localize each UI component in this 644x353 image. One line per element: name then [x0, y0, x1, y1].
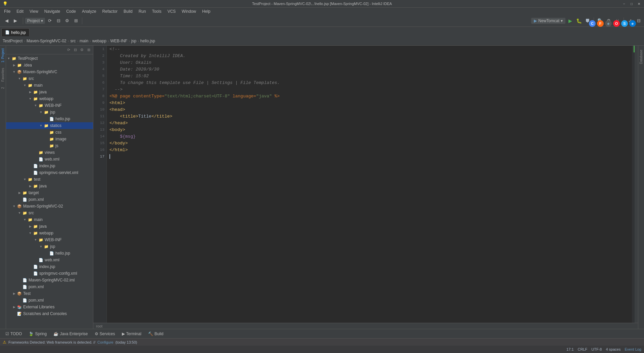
tree-item-maven02iml[interactable]: 📄Maven-SpringMVC-02.iml	[6, 277, 93, 283]
breadcrumb-jsp[interactable]: jsp	[131, 39, 136, 43]
tree-item-maven-springmvc02[interactable]: ▼📦Maven-SpringMVC-02	[6, 203, 93, 210]
tree-item-main1[interactable]: ▼📁main	[6, 82, 93, 89]
tree-item-indexjsp2[interactable]: 📄index.jsp	[6, 263, 93, 270]
tree-item-springmvcservlet[interactable]: 📄springmvc-servlet.xml	[6, 169, 93, 176]
menu-edit[interactable]: Edit	[14, 8, 26, 14]
tab-favorites[interactable]: Favorites	[0, 65, 5, 84]
menu-navigate[interactable]: Navigate	[42, 8, 63, 14]
breadcrumb-file[interactable]: hello.jsp	[140, 39, 155, 43]
tree-item-pom3[interactable]: 📄pom.xml	[6, 297, 93, 304]
maximize-button[interactable]: □	[629, 1, 634, 6]
panel-sync-btn[interactable]: ⟳	[65, 47, 72, 53]
tab-project[interactable]: 1: Project	[0, 46, 5, 65]
tree-item-idea[interactable]: ▶📁.idea	[6, 62, 93, 69]
right-tab-database[interactable]: Database	[639, 47, 644, 67]
project-tree[interactable]: ▼📁TestProject▶📁.idea▼📦Maven-SpringMVC▼📁s…	[6, 54, 93, 329]
tree-item-test1[interactable]: ▼📁test	[6, 176, 93, 183]
panel-collapse-btn[interactable]: ⊟	[72, 47, 78, 53]
tree-item-views[interactable]: 📁views	[6, 149, 93, 156]
collapse-button[interactable]: ⊟	[54, 17, 62, 25]
back-button[interactable]: ◀	[3, 17, 11, 25]
menu-run[interactable]: Run	[136, 8, 149, 14]
editor-scrollbar[interactable]	[635, 46, 638, 323]
tree-item-src2[interactable]: ▼📁src	[6, 210, 93, 216]
tree-item-src1[interactable]: ▼📁src	[6, 75, 93, 82]
forward-button[interactable]: ▶	[11, 17, 19, 25]
tree-item-java2[interactable]: ▶📁java	[6, 183, 93, 189]
tab-2[interactable]: 2	[0, 84, 5, 92]
tree-item-indexjsp1[interactable]: 📄index.jsp	[6, 163, 93, 169]
breadcrumb-webapp[interactable]: webapp	[92, 39, 106, 43]
tree-item-webxml1[interactable]: 📄web.xml	[6, 156, 93, 163]
tree-item-jsp1[interactable]: ▼📁jsp	[6, 109, 93, 116]
tree-item-java1[interactable]: ▶📁java	[6, 89, 93, 95]
tree-item-statics[interactable]: ▼📁statics	[6, 122, 93, 129]
close-button[interactable]: ✕	[637, 1, 641, 6]
tab-build[interactable]: 🔨 Build	[145, 331, 166, 337]
tree-item-webinf1[interactable]: ▼📁WEB-INF	[6, 102, 93, 109]
line-ending[interactable]: CRLF	[578, 347, 588, 351]
tab-spring[interactable]: 🍃 Spring	[26, 331, 49, 337]
menu-tools[interactable]: Tools	[149, 8, 164, 14]
minimize-button[interactable]: −	[622, 1, 627, 6]
tree-item-image[interactable]: 📁image	[6, 136, 93, 142]
panel-expand-btn[interactable]: ⊞	[86, 47, 92, 53]
breadcrumb-main[interactable]: main	[80, 39, 88, 43]
icon-java3: 📁	[33, 224, 38, 229]
tree-item-jsp2[interactable]: ▼📁jsp	[6, 243, 93, 250]
menu-refactor[interactable]: Refactor	[100, 8, 120, 14]
settings-button[interactable]: ⚙	[63, 17, 71, 25]
breadcrumb-src[interactable]: src	[70, 39, 76, 43]
tree-item-css[interactable]: 📁css	[6, 129, 93, 136]
menu-analyze[interactable]: Analyze	[79, 8, 99, 14]
breadcrumb-testproject[interactable]: TestProject	[3, 39, 22, 43]
tree-item-js[interactable]: 📁js	[6, 142, 93, 149]
tree-item-target1[interactable]: ▶📁target	[6, 189, 93, 196]
configure-link[interactable]: Configure	[97, 340, 113, 344]
breadcrumb-webinf[interactable]: WEB-INF	[110, 39, 128, 43]
tree-item-pom2[interactable]: 📄pom.xml	[6, 283, 93, 290]
code-editor[interactable]: <!-- Created by IntelliJ IDEA. User: Oka…	[107, 46, 632, 323]
tab-terminal[interactable]: ▶ Terminal	[119, 331, 144, 337]
menu-vcs[interactable]: VCS	[165, 8, 179, 14]
tree-item-webinf2[interactable]: ▼📁WEB-INF	[6, 236, 93, 243]
tree-item-webapp1[interactable]: ▼📁webapp	[6, 95, 93, 102]
tab-java-enterprise[interactable]: ☕ Java Enterprise	[51, 331, 90, 337]
project-dropdown[interactable]: Project ▾	[25, 18, 45, 24]
tree-item-test2[interactable]: ▶📦Test	[6, 290, 93, 297]
breadcrumb-module[interactable]: Maven-SpringMVC-02	[27, 39, 66, 43]
tree-item-main2[interactable]: ▼📁main	[6, 216, 93, 223]
indent-settings[interactable]: 4 spaces	[606, 347, 620, 351]
menu-file[interactable]: File	[1, 8, 13, 14]
cursor-position[interactable]: 17:1	[566, 347, 573, 351]
sync-button[interactable]: ⟳	[46, 17, 54, 25]
tree-item-maven-springmvc[interactable]: ▼📦Maven-SpringMVC	[6, 69, 93, 75]
menu-build[interactable]: Build	[121, 8, 135, 14]
expand-button[interactable]: ⊞	[72, 17, 80, 25]
tree-item-hellojsp1[interactable]: 📄hello.jsp	[6, 116, 93, 122]
tree-item-springmvcconfig[interactable]: 📄springmvc-config.xml	[6, 270, 93, 277]
tree-item-scratches[interactable]: 📝Scratches and Consoles	[6, 310, 93, 317]
menu-code[interactable]: Code	[63, 8, 79, 14]
event-log-btn[interactable]: Event Log	[625, 347, 641, 351]
tab-hello-jsp[interactable]: 📄 hello.jsp	[1, 28, 30, 36]
tree-item-java3[interactable]: ▶📁java	[6, 223, 93, 230]
run-button[interactable]: ▶	[566, 17, 574, 25]
tree-item-extlibs[interactable]: ▶📚External Libraries	[6, 304, 93, 310]
debug-button[interactable]: 🐛	[575, 17, 583, 25]
tab-services[interactable]: ⚙ Services	[92, 331, 118, 337]
menu-view[interactable]: View	[27, 8, 41, 14]
editor-content[interactable]: 1234567891011121314151617 <!-- Created b…	[93, 46, 638, 323]
panel-settings-btn[interactable]: ⚙	[79, 47, 85, 53]
tree-item-webxml2[interactable]: 📄web.xml	[6, 257, 93, 263]
tree-item-pom1[interactable]: 📄pom.xml	[6, 196, 93, 203]
tree-item-webapp2[interactable]: ▼📁webapp	[6, 230, 93, 236]
encoding[interactable]: UTF-8	[591, 347, 602, 351]
tab-file-icon: 📄	[5, 30, 10, 35]
menu-help[interactable]: Help	[199, 8, 213, 14]
menu-window[interactable]: Window	[179, 8, 199, 14]
tab-todo[interactable]: ☑ TODO	[3, 331, 25, 337]
run-config-selector[interactable]: ▶ NewTomcat ▾	[531, 18, 565, 24]
tree-item-testproject[interactable]: ▼📁TestProject	[6, 55, 93, 62]
tree-item-hellojsp2[interactable]: 📄hello.jsp	[6, 250, 93, 257]
